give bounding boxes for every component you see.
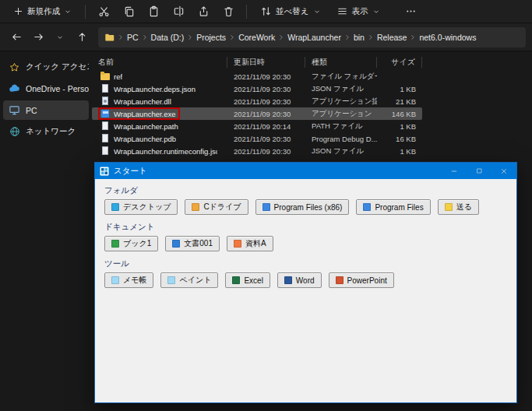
desktop-icon	[111, 203, 119, 211]
file-row[interactable]: WrapLauncher.deps.json2021/11/09 20:30JS…	[92, 83, 422, 95]
column-header-2[interactable]: 種類	[305, 57, 377, 68]
launcher-button-send[interactable]: 送る	[438, 199, 479, 215]
sidebar-item-network[interactable]: ネットワーク	[3, 122, 89, 141]
launcher-button-excel[interactable]: Excel	[225, 272, 270, 288]
file-type: ファイル フォルダー	[305, 72, 377, 82]
launcher-button-desktop[interactable]: デスクトップ	[104, 199, 178, 215]
column-header-3[interactable]: サイズ	[377, 57, 422, 68]
minimize-icon	[450, 167, 458, 175]
recent-locations-button[interactable]	[50, 27, 70, 47]
file-row[interactable]: ref2021/11/09 20:30ファイル フォルダー	[92, 70, 422, 83]
view-button[interactable]: 表示	[331, 3, 386, 19]
launcher-button-word[interactable]: Word	[277, 272, 322, 288]
file-name-wrap: ref	[98, 70, 126, 83]
paint-icon	[167, 276, 175, 284]
chevron-down-icon	[313, 8, 321, 16]
sidebar-item-quick-access[interactable]: クイック アクセス	[3, 58, 89, 76]
breadcrumb-item[interactable]: WrapLauncher	[285, 33, 344, 42]
breadcrumb-item[interactable]: Data (D:)	[149, 33, 187, 42]
file-list-header: 名前更新日時種類サイズ	[92, 54, 532, 70]
file-row[interactable]: WrapLauncher.dll2021/11/09 20:30アプリケーション…	[92, 95, 422, 107]
column-header-1[interactable]: 更新日時	[227, 57, 305, 68]
launcher-titlebar[interactable]: スタート	[95, 163, 516, 179]
file-type: アプリケーション	[305, 109, 377, 119]
more-button[interactable]	[401, 2, 421, 21]
launcher-button-paint[interactable]: ペイント	[160, 272, 218, 288]
file-type: アプリケーション拡張	[305, 97, 377, 107]
dll-icon	[100, 97, 110, 106]
chevron-down-icon	[56, 33, 64, 41]
launcher-button-shiryo-a[interactable]: 資料A	[227, 236, 273, 251]
launcher-body: フォルダデスクトップCドライブProgram Files (x86)Progra…	[95, 179, 516, 402]
excel-icon	[232, 276, 240, 284]
column-header-0[interactable]: 名前	[92, 57, 227, 68]
file-icon	[100, 84, 110, 93]
paste-button[interactable]	[143, 2, 164, 21]
maximize-button[interactable]	[467, 163, 491, 179]
close-button[interactable]	[491, 163, 516, 179]
cloud-icon	[9, 83, 20, 94]
launcher-button-book1[interactable]: ブック1	[104, 236, 158, 251]
chevron-right-icon	[186, 33, 194, 41]
up-button[interactable]	[72, 27, 92, 47]
group-label: ツール	[104, 258, 507, 269]
new-button[interactable]: 新規作成	[8, 4, 77, 19]
rename-button[interactable]	[168, 2, 188, 21]
sidebar-item-onedrive[interactable]: OneDrive - Personal	[3, 79, 89, 98]
breadcrumb-items: PCData (D:)ProjectsCoreWorkWrapLauncherb…	[117, 33, 478, 42]
launcher-button-program-files-x86[interactable]: Program Files (x86)	[255, 199, 350, 215]
launcher-button-label: デスクトップ	[123, 202, 171, 213]
back-button[interactable]	[6, 27, 26, 47]
file-list: ref2021/11/09 20:30ファイル フォルダーWrapLaunche…	[92, 70, 532, 157]
chevron-right-icon	[409, 33, 417, 41]
notepad-icon	[111, 276, 119, 284]
file-row[interactable]: WrapLauncher.pdb2021/11/09 20:30Program …	[92, 132, 422, 145]
copy-button[interactable]	[118, 2, 139, 21]
file-date: 2021/11/09 20:14	[227, 122, 305, 131]
breadcrumb-item[interactable]: net6.0-windows	[417, 33, 478, 42]
app-window-icon	[100, 167, 109, 176]
file-date: 2021/11/09 20:30	[227, 97, 305, 106]
sidebar-item-label: OneDrive - Personal	[26, 84, 89, 93]
breadcrumb-item[interactable]: PC	[125, 33, 141, 42]
forward-button[interactable]	[28, 27, 48, 47]
folder-icon	[100, 72, 110, 81]
share-button[interactable]	[193, 2, 213, 21]
star-icon	[9, 62, 20, 72]
toolbar-separator	[246, 5, 247, 19]
sidebar-item-pc[interactable]: PC	[3, 100, 89, 120]
chevron-right-icon	[141, 33, 149, 41]
launcher-button-doc001[interactable]: 文書001	[165, 236, 220, 251]
minimize-button[interactable]	[442, 163, 467, 179]
powerpoint-icon	[336, 276, 344, 284]
close-icon	[500, 167, 508, 175]
launcher-button-powerpoint[interactable]: PowerPoint	[329, 272, 394, 288]
file-row[interactable]: WrapLauncher.exe2021/11/09 20:30アプリケーション…	[92, 107, 422, 120]
file-row[interactable]: WrapLauncher.runtimeconfig.json2021/11/0…	[92, 145, 422, 157]
launcher-button-row: デスクトップCドライブProgram Files (x86)Program Fi…	[104, 199, 507, 215]
sort-button[interactable]: 並べ替え	[255, 3, 326, 19]
cut-icon	[98, 5, 110, 17]
file-name: WrapLauncher.runtimeconfig.json	[114, 147, 217, 156]
launcher-button-notepad[interactable]: メモ帳	[104, 272, 153, 288]
file-date: 2021/11/09 20:30	[227, 135, 305, 143]
breadcrumb[interactable]: PCData (D:)ProjectsCoreWorkWrapLauncherb…	[98, 27, 526, 47]
chevron-down-icon	[372, 8, 380, 16]
file-size: 1 KB	[377, 122, 422, 131]
file-size: 146 KB	[377, 110, 422, 118]
launcher-group: ドキュメントブック1文書001資料A	[104, 222, 507, 251]
launcher-button-c-drive[interactable]: Cドライブ	[185, 199, 248, 215]
launcher-button-label: 資料A	[245, 238, 266, 249]
trash-icon	[223, 5, 234, 17]
plus-icon	[13, 6, 23, 16]
arrow-right-icon	[33, 31, 44, 43]
delete-button[interactable]	[218, 2, 238, 21]
launcher-button-program-files[interactable]: Program Files	[356, 199, 430, 215]
file-name: ref	[114, 72, 122, 81]
breadcrumb-item[interactable]: Projects	[194, 33, 228, 42]
cut-button[interactable]	[93, 2, 114, 21]
breadcrumb-item[interactable]: bin	[351, 33, 367, 42]
breadcrumb-item[interactable]: CoreWork	[236, 33, 277, 42]
breadcrumb-item[interactable]: Release	[375, 33, 410, 42]
file-row[interactable]: WrapLauncher.path2021/11/09 20:14PATH ファ…	[92, 120, 422, 132]
